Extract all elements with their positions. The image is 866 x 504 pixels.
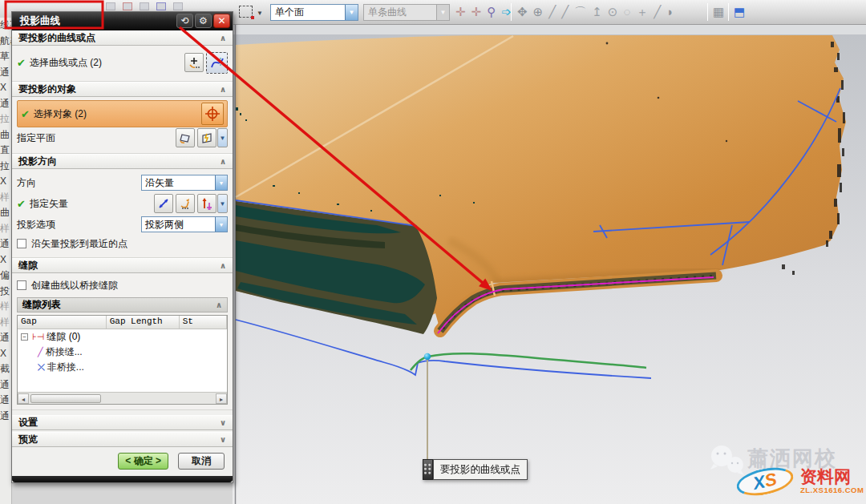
left-strip-item[interactable]: 拉 <box>0 111 12 127</box>
left-strip-item[interactable]: 通 <box>0 330 12 346</box>
select-dropdown-caret[interactable]: ▼ <box>257 10 263 17</box>
close-icon[interactable]: ✕ <box>213 14 230 28</box>
gap-table-hscrollbar[interactable]: ◂ ▸ <box>18 392 227 404</box>
rectangle-select-icon[interactable] <box>239 6 253 18</box>
left-strip-item[interactable]: 通 <box>0 377 12 393</box>
dialog-bottom-edge[interactable] <box>12 476 233 482</box>
snap-icon[interactable]: ＋ <box>636 2 648 22</box>
object-crosshair-icon[interactable] <box>201 103 224 125</box>
face-rule-dropdown-icon[interactable]: ▼ <box>345 5 358 20</box>
left-strip-item[interactable]: 样 <box>0 315 12 331</box>
left-strip-item[interactable]: 样 <box>0 299 12 315</box>
section-projection-direction[interactable]: 投影方向 ∧ <box>12 154 233 169</box>
gap-list-subheader[interactable]: 缝隙列表 ∧ <box>17 297 228 312</box>
left-strip-item[interactable]: 拉 <box>0 159 12 175</box>
bridge-gap-row[interactable]: ╱ 桥接缝... <box>18 345 227 360</box>
left-strip-item[interactable]: 投 <box>0 284 12 300</box>
scroll-right-icon[interactable]: ▸ <box>216 393 227 404</box>
viewport-3d[interactable] <box>233 25 866 504</box>
section-curves-to-project[interactable]: 要投影的曲线或点 ∧ <box>12 30 233 46</box>
dialog-titlebar[interactable]: 投影曲线 ⟲ ⚙ ✕ <box>12 12 233 30</box>
left-strip-item[interactable]: X <box>0 80 12 96</box>
left-strip-item[interactable]: 偏 <box>0 268 12 284</box>
left-strip-item[interactable]: 直 <box>0 143 12 159</box>
left-strip-item[interactable]: 草 <box>0 49 12 65</box>
bounded-box-icon[interactable]: ⬒ <box>734 2 745 22</box>
gap-table[interactable]: Gap Gap Length St − ⊦⊣ 缝隙 (0) ╱ 桥接缝... ⤫… <box>17 315 228 405</box>
scroll-thumb[interactable] <box>30 394 101 403</box>
plane-constructor-icon[interactable] <box>197 128 216 147</box>
left-strip-item[interactable]: 样 <box>0 190 12 206</box>
gear-icon[interactable]: ⚙ <box>195 14 212 28</box>
vector-constructor-icon[interactable] <box>176 194 195 213</box>
left-strip-item[interactable]: X <box>0 174 12 190</box>
non-bridge-gap-row[interactable]: ⤫ 非桥接... <box>18 360 227 375</box>
direction-combo[interactable]: 沿矢量 ▼ <box>141 175 228 191</box>
snap-icon[interactable]: ◌ <box>623 2 630 22</box>
section-settings[interactable]: 设置 ∨ <box>12 415 233 430</box>
snap-icon[interactable]: ╱ <box>548 2 556 22</box>
projection-option-dropdown-icon[interactable]: ▼ <box>215 217 227 232</box>
snap-toolbar-group2[interactable]: ✥⊕╱╱⌒↥⊙◌＋╱◗ <box>517 2 674 22</box>
snap-icon[interactable]: ↥ <box>592 2 602 22</box>
left-strip-item[interactable]: X <box>0 252 12 268</box>
left-strip-item[interactable]: 曲 <box>0 205 12 221</box>
left-strip-item[interactable]: 样 <box>0 221 12 237</box>
section-gap[interactable]: 缝隙 ∧ <box>12 258 233 273</box>
left-strip-item[interactable]: 线基 <box>0 18 12 34</box>
snap-toolbar-group1[interactable]: ✛✛⚲➩ <box>455 2 512 22</box>
snap-icon[interactable]: ➩ <box>501 2 512 22</box>
plane-dropdown-caret[interactable]: ▼ <box>217 128 228 147</box>
collapse-icon[interactable]: ∧ <box>216 300 222 309</box>
tree-expand-icon[interactable]: − <box>21 333 28 341</box>
collapse-icon[interactable]: ∧ <box>220 85 226 94</box>
snap-icon[interactable]: ✥ <box>517 2 528 22</box>
left-strip-item[interactable]: 航器 <box>0 34 12 50</box>
left-strip-item[interactable]: 通 <box>0 236 12 252</box>
cancel-button[interactable]: 取消 <box>178 453 225 470</box>
left-strip-item[interactable]: 通 <box>0 409 12 425</box>
projection-option-combo[interactable]: 投影两侧 ▼ <box>141 216 228 232</box>
col-gap[interactable]: Gap <box>18 316 107 329</box>
face-rule-combo[interactable]: 单个面 ▼ <box>270 4 358 21</box>
snap-icon[interactable]: ◗ <box>666 2 674 22</box>
point-constructor-button[interactable] <box>184 53 204 72</box>
left-strip-item[interactable]: 通 <box>0 393 12 409</box>
expand-icon[interactable]: ∨ <box>220 418 226 427</box>
nearest-point-checkbox[interactable] <box>17 239 26 248</box>
col-gap-length[interactable]: Gap Length <box>107 316 180 329</box>
grid-icon[interactable]: ▦ <box>713 2 724 22</box>
two-point-vector-icon[interactable] <box>154 194 173 213</box>
gap-group-row[interactable]: − ⊦⊣ 缝隙 (0) <box>18 329 227 345</box>
snap-icon[interactable]: ✛ <box>455 2 466 22</box>
select-object-row-highlighted[interactable]: ✔ 选择对象 (2) <box>17 100 228 127</box>
snap-icon[interactable]: ⌒ <box>574 2 586 22</box>
reset-icon[interactable]: ⟲ <box>176 14 193 28</box>
expand-icon[interactable]: ∨ <box>220 435 226 444</box>
left-strip-item[interactable]: 截 <box>0 361 12 377</box>
scroll-left-icon[interactable]: ◂ <box>18 393 29 404</box>
plane-dialog-icon[interactable] <box>176 128 195 147</box>
snap-icon[interactable]: ╱ <box>654 2 661 22</box>
section-preview[interactable]: 预览 ∨ <box>12 432 233 447</box>
collapse-icon[interactable]: ∧ <box>220 157 226 166</box>
section-objects-to-project[interactable]: 要投影的对象 ∧ <box>12 82 233 97</box>
snap-icon[interactable]: ✛ <box>471 2 482 22</box>
left-strip-item[interactable]: 通 <box>0 65 12 81</box>
snap-icon[interactable]: ╱ <box>561 2 569 22</box>
gap-table-header[interactable]: Gap Gap Length St <box>18 316 227 329</box>
direction-dropdown-icon[interactable]: ▼ <box>215 175 227 190</box>
vector-direction-icon[interactable] <box>197 194 216 213</box>
floating-prompt[interactable]: ●●●●●● 要投影的曲线或点 <box>423 459 528 480</box>
left-strip-item[interactable]: 通 <box>0 96 12 112</box>
bridge-gap-checkbox[interactable] <box>17 280 26 290</box>
left-strip-item[interactable]: 曲 <box>0 127 12 143</box>
snap-icon[interactable]: ⚲ <box>487 2 496 22</box>
snap-icon[interactable]: ⊙ <box>608 2 618 22</box>
vector-dropdown-caret[interactable]: ▼ <box>217 194 228 213</box>
drag-handle-icon[interactable]: ●●●●●● <box>423 459 433 480</box>
collapse-icon[interactable]: ∧ <box>220 34 226 42</box>
curve-rule-button[interactable] <box>206 52 228 74</box>
ok-button[interactable]: < 确定 > <box>118 453 168 470</box>
selection-point[interactable] <box>424 353 431 360</box>
